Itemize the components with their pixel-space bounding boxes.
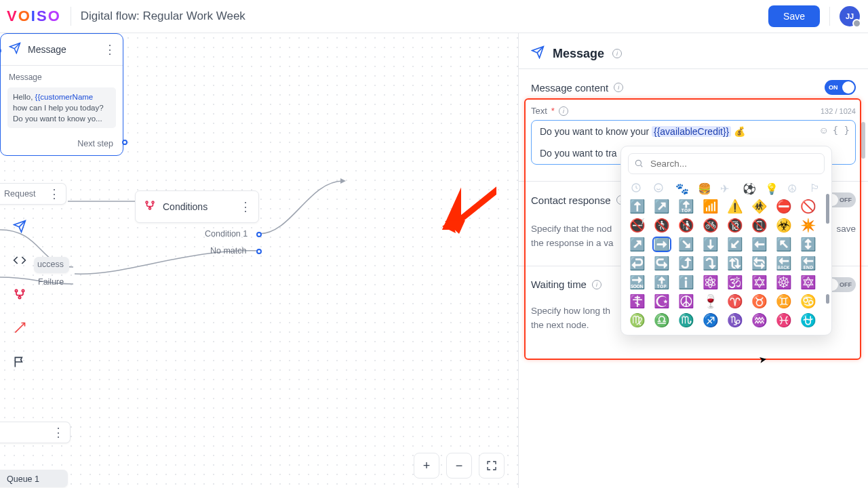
emoji-cell[interactable]: ↗️ xyxy=(629,238,646,251)
info-icon[interactable]: i xyxy=(612,49,622,58)
menu-icon[interactable]: ⋮ xyxy=(48,192,60,196)
emoji-cell[interactable]: 🔞 xyxy=(727,219,743,232)
emoji-picker[interactable]: 🐾 🍔 ✈ ⚽ 💡 ☮ 🏳 ⬆️↗️🔝📶⚠️🚸⛔🚫☢️🚭🚷🚯🚳🔞📵☣️✴️⬆️↗… xyxy=(620,146,832,336)
emoji-cell[interactable]: 🔃 xyxy=(727,257,743,270)
code-icon[interactable] xyxy=(7,243,33,277)
emoji-cell[interactable]: ☦️ xyxy=(629,295,646,308)
emoji-cell[interactable]: 🍷 xyxy=(703,295,719,308)
emoji-cell[interactable]: 🔚 xyxy=(800,257,816,270)
emoji-cell[interactable]: 🔝 xyxy=(654,276,670,289)
zoom-in-button[interactable]: + xyxy=(414,453,439,479)
node-generic-partial[interactable]: ⋮ xyxy=(0,422,71,443)
scrollbar[interactable] xyxy=(861,122,865,159)
emoji-cell[interactable]: ♑ xyxy=(727,314,743,327)
redirect-icon[interactable] xyxy=(7,311,33,345)
toggle-content[interactable]: ON xyxy=(825,80,856,95)
emoji-cell[interactable]: ♈ xyxy=(727,295,743,308)
menu-icon[interactable]: ⋮ xyxy=(239,205,252,209)
emoji-cell[interactable]: ⛔ xyxy=(776,200,792,213)
emoji-cell[interactable]: ♍ xyxy=(629,314,646,327)
emoji-cell[interactable]: ⛎ xyxy=(800,314,816,327)
emoji-cell[interactable]: ✡️ xyxy=(751,276,768,289)
menu-icon[interactable]: ⋮ xyxy=(104,47,116,52)
emoji-cell[interactable]: 🕉️ xyxy=(727,276,743,289)
emoji-cell[interactable]: ♉ xyxy=(751,295,768,308)
emoji-cell[interactable]: ⚛️ xyxy=(703,276,719,289)
scrollbar[interactable] xyxy=(826,194,829,224)
flow-canvas[interactable]: Request ⋮ uccess Failure ⋮ Queue 1 Condi… xyxy=(0,33,518,488)
chip-queue[interactable]: Queue 1 xyxy=(0,470,68,487)
emoji-search-input[interactable] xyxy=(628,153,825,174)
emoji-cell[interactable]: ⚠️ xyxy=(727,200,743,213)
emoji-cell[interactable]: 📵 xyxy=(751,219,768,232)
emoji-cell[interactable]: 🚷 xyxy=(654,219,670,232)
flags-icon[interactable]: 🏳 xyxy=(810,182,822,193)
info-icon[interactable]: i xyxy=(559,106,568,116)
output-port[interactable] xyxy=(256,249,262,254)
emoji-cell[interactable]: 🚭 xyxy=(629,219,646,232)
emoji-cell[interactable]: ⤵️ xyxy=(703,257,719,270)
emoji-cell[interactable]: 🚫 xyxy=(800,200,816,213)
emoji-cell[interactable]: ↪️ xyxy=(654,257,670,270)
emoji-cell[interactable]: ♊ xyxy=(776,295,792,308)
emoji-cell[interactable]: ⬇️ xyxy=(703,238,719,251)
symbols-icon[interactable]: ☮ xyxy=(787,182,800,193)
animals-icon[interactable]: 🐾 xyxy=(675,182,688,193)
fullscreen-button[interactable] xyxy=(479,453,505,479)
emoji-icon[interactable]: ☺ xyxy=(818,125,828,136)
emoji-cell[interactable]: 🔯 xyxy=(800,276,816,289)
emoji-cell[interactable]: ➡️ xyxy=(654,238,670,251)
emoji-cell[interactable]: ↘️ xyxy=(678,238,694,251)
emoji-cell[interactable]: ↩️ xyxy=(629,257,646,270)
emoji-cell[interactable]: ♋ xyxy=(800,295,816,308)
flag-icon[interactable] xyxy=(7,345,33,379)
emoji-cell[interactable]: 📶 xyxy=(703,200,719,213)
emoji-cell[interactable]: ♏ xyxy=(678,314,694,327)
emoji-cell[interactable]: ♎ xyxy=(654,314,670,327)
emoji-cell[interactable]: ↕️ xyxy=(800,238,816,251)
emoji-cell[interactable]: 🚳 xyxy=(703,219,719,232)
info-icon[interactable]: i xyxy=(614,83,623,92)
emoji-cell[interactable]: ⬆️ xyxy=(629,200,646,213)
info-icon[interactable]: i xyxy=(592,280,601,289)
output-port[interactable] xyxy=(122,140,127,145)
node-conditions[interactable]: Conditions ⋮ xyxy=(135,190,259,223)
scrollbar[interactable] xyxy=(826,294,829,304)
emoji-cell[interactable]: ☣️ xyxy=(776,219,792,232)
emoji-cell[interactable]: 🚸 xyxy=(751,200,768,213)
node-message[interactable]: Message ⋮ Message Hello, {{customerName … xyxy=(0,33,123,156)
emoji-cell[interactable]: ✴️ xyxy=(800,219,816,232)
emoji-cell[interactable]: 🔄 xyxy=(751,257,768,270)
emoji-cell[interactable]: ↙️ xyxy=(727,238,743,251)
recent-icon[interactable] xyxy=(631,182,643,193)
emoji-cell[interactable]: 🔝 xyxy=(678,200,694,213)
emoji-cell[interactable]: ↖️ xyxy=(776,238,792,251)
zoom-out-button[interactable]: − xyxy=(446,453,472,479)
emoji-cell[interactable]: ☸️ xyxy=(776,276,792,289)
avatar[interactable]: JJ xyxy=(840,6,860,26)
save-button[interactable]: Save xyxy=(768,5,820,27)
emoji-cell[interactable]: ℹ️ xyxy=(678,276,694,289)
emoji-cell[interactable]: 🔙 xyxy=(776,257,792,270)
emoji-cell[interactable]: ☪️ xyxy=(654,295,670,308)
branch-icon[interactable] xyxy=(7,277,33,311)
emoji-cell[interactable]: ☮️ xyxy=(678,295,694,308)
emoji-cell[interactable]: ⬅️ xyxy=(751,238,768,251)
emoji-cell[interactable]: ♐ xyxy=(703,314,719,327)
food-icon[interactable]: 🍔 xyxy=(698,182,710,193)
emoji-cell[interactable]: ↗️ xyxy=(654,200,670,213)
emoji-grid[interactable]: ⬆️↗️🔝📶⚠️🚸⛔🚫☢️🚭🚷🚯🚳🔞📵☣️✴️⬆️↗️➡️↘️⬇️↙️⬅️↖️↕… xyxy=(628,199,825,332)
objects-icon[interactable]: 💡 xyxy=(765,182,777,193)
emoji-cell[interactable]: 🔜 xyxy=(629,276,646,289)
send-icon[interactable] xyxy=(7,209,33,243)
smileys-icon[interactable] xyxy=(653,182,665,193)
node-request-partial[interactable]: Request ⋮ xyxy=(0,183,66,205)
emoji-cell[interactable]: ♓ xyxy=(776,314,792,327)
emoji-cell[interactable]: ♒ xyxy=(751,314,768,327)
output-port[interactable] xyxy=(256,232,262,237)
variable-icon[interactable]: { } xyxy=(833,125,850,136)
menu-icon[interactable]: ⋮ xyxy=(52,430,64,434)
emoji-cell[interactable]: 🚯 xyxy=(678,219,694,232)
emoji-category-tabs[interactable]: 🐾 🍔 ✈ ⚽ 💡 ☮ 🏳 xyxy=(628,180,825,199)
emoji-cell[interactable]: ⤴️ xyxy=(678,257,694,270)
